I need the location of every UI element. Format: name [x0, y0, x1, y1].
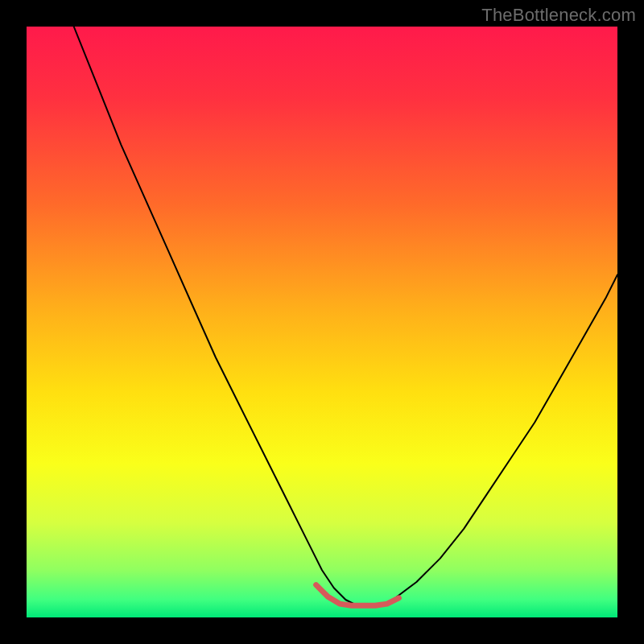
- watermark-text: TheBottleneck.com: [481, 5, 636, 26]
- curve-layer: [27, 27, 617, 617]
- bottleneck-curve: [74, 27, 617, 605]
- plot-area: [27, 27, 617, 617]
- optimal-band: [316, 585, 399, 606]
- chart-frame: TheBottleneck.com: [0, 0, 644, 644]
